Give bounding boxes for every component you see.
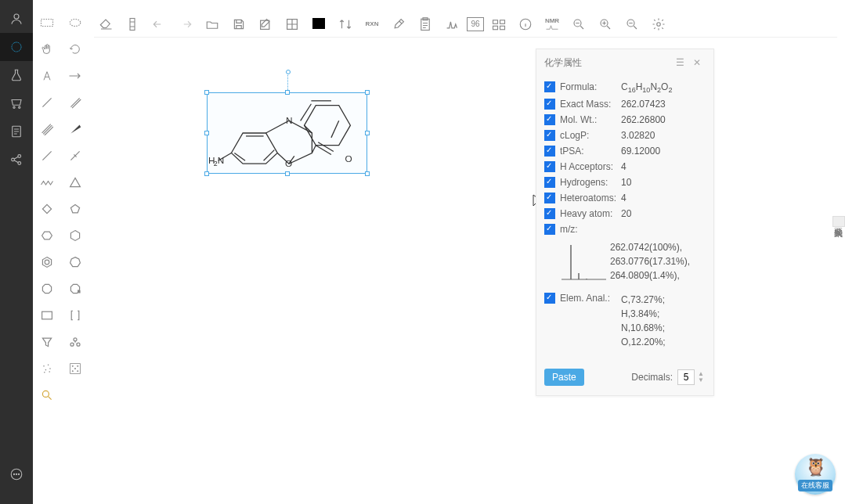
canvas-area[interactable]: H 2 N N O O [94, 39, 845, 504]
tool-bond-triple[interactable] [34, 117, 60, 141]
tool-box[interactable] [34, 304, 60, 327]
tool-group[interactable] [63, 330, 88, 354]
support-avatar[interactable]: 🦉 在线客服 [795, 454, 836, 495]
tool-cycloheptane[interactable] [63, 250, 88, 274]
tb-undo-icon[interactable] [147, 13, 171, 36]
tool-hand[interactable] [34, 38, 60, 61]
tool-benzene[interactable] [34, 250, 60, 274]
right-purchase-tab[interactable]: 我要采购 [832, 216, 845, 227]
tool-cyclopentane[interactable] [63, 197, 88, 221]
tool-bond-double[interactable] [63, 91, 88, 114]
decimals-input[interactable] [677, 369, 695, 385]
svg-point-20 [43, 365, 45, 367]
tool-highlight[interactable] [34, 383, 60, 407]
mz-values: 262.0742(100%), 263.0776(17.31%), 264.08… [610, 237, 706, 283]
decimals-spinner[interactable]: ▲▼ [696, 371, 706, 383]
tb-nmr-peak-icon[interactable] [440, 13, 464, 36]
rotate-handle[interactable] [286, 70, 291, 74]
tb-color-icon[interactable] [307, 13, 330, 36]
svg-point-9 [13, 473, 14, 474]
prop-checkbox[interactable] [544, 81, 555, 92]
tool-select-rect[interactable] [34, 11, 60, 34]
close-icon[interactable]: ✕ [688, 57, 706, 68]
prop-checkbox[interactable] [544, 224, 555, 235]
tool-bond-any[interactable] [34, 144, 60, 167]
tool-bond-single[interactable] [34, 91, 60, 114]
paste-button[interactable]: Paste [544, 369, 584, 386]
tool-cyclohexane-alt[interactable] [63, 224, 88, 247]
prop-checkbox[interactable] [544, 193, 555, 203]
tool-chain[interactable] [34, 171, 60, 194]
tool-funnel[interactable] [34, 330, 60, 354]
tool-wedge[interactable] [63, 117, 88, 141]
tb-clipboard-icon[interactable] [413, 13, 437, 36]
left-navbar [0, 0, 33, 504]
tool-dots-random[interactable] [34, 357, 60, 380]
tool-arrow[interactable] [63, 64, 88, 88]
tb-edit-icon[interactable] [254, 13, 277, 36]
tb-settings-icon[interactable] [647, 13, 670, 36]
tb-zoom-in-icon[interactable] [594, 13, 617, 36]
prop-value: 69.12000 [621, 146, 706, 157]
tool-rotate[interactable] [63, 38, 88, 61]
prop-checkbox[interactable] [544, 293, 555, 304]
nav-user-icon[interactable] [0, 5, 33, 33]
mol-o2-label: O [345, 153, 352, 164]
prop-checkbox[interactable] [544, 99, 555, 110]
tool-triangle[interactable] [63, 171, 88, 194]
mz-graph [555, 240, 610, 284]
prop-checkbox[interactable] [544, 130, 555, 141]
tb-zoom-out-icon[interactable] [620, 13, 644, 36]
tb-rxn-icon[interactable]: RXN [360, 13, 384, 36]
prop-row-heavy-atom: Heavy atom: 20 [544, 206, 706, 221]
tool-cyclohexane[interactable] [34, 224, 60, 247]
tool-dots-grid[interactable] [63, 357, 88, 380]
svg-point-3 [19, 106, 20, 108]
tool-erase-bond[interactable] [63, 144, 88, 167]
tb-barcode-icon[interactable] [487, 13, 511, 36]
tb-grid-icon[interactable] [280, 13, 304, 36]
tool-atom-label[interactable] [34, 64, 60, 88]
svg-point-17 [74, 338, 77, 341]
tb-redo-icon[interactable] [174, 13, 197, 36]
prop-checkbox[interactable] [544, 208, 555, 219]
molecule-selection-box[interactable]: H 2 N N O O [207, 92, 367, 174]
tool-bracket[interactable] [63, 304, 88, 327]
properties-header[interactable]: 化学属性 ☰ ✕ [536, 49, 713, 76]
prop-row-elem-anal: Elem. Anal.: C,73.27%; H,3.84%; N,10.68%… [544, 290, 706, 351]
tb-nmr-icon[interactable]: NMR [540, 13, 564, 36]
tool-select-lasso[interactable] [63, 11, 88, 34]
tb-info-icon[interactable] [514, 13, 537, 36]
tb-number-icon[interactable]: 96 [467, 17, 484, 31]
prop-checkbox[interactable] [544, 177, 555, 188]
prop-value: 4 [621, 193, 706, 203]
tb-erase-icon[interactable] [94, 13, 117, 36]
tb-column-icon[interactable] [121, 13, 144, 36]
nav-chat-icon[interactable] [0, 460, 33, 488]
tb-open-icon[interactable] [200, 13, 224, 36]
tool-ring-e[interactable]: n [63, 277, 88, 301]
tb-find-icon[interactable] [567, 13, 590, 36]
tb-brush-icon[interactable] [387, 13, 410, 36]
nav-share-icon[interactable] [0, 146, 33, 174]
svg-point-1 [12, 42, 21, 52]
svg-point-27 [72, 365, 73, 366]
tool-cyclobutane[interactable] [34, 197, 60, 221]
nav-cart-icon[interactable] [0, 89, 33, 117]
prop-checkbox[interactable] [544, 146, 555, 157]
svg-rect-16 [42, 311, 52, 319]
tb-save-icon[interactable] [227, 13, 251, 36]
svg-point-25 [49, 371, 50, 373]
nav-structure-icon[interactable] [0, 33, 33, 61]
tb-swap-icon[interactable] [334, 13, 357, 36]
tool-cyclooctane[interactable] [34, 277, 60, 301]
menu-icon[interactable]: ☰ [671, 57, 688, 68]
prop-value: C,73.27%; H,3.84%; N,10.68%; O,12.20%; [621, 293, 706, 349]
prop-checkbox[interactable] [544, 161, 555, 172]
nav-flask-icon[interactable] [0, 61, 33, 89]
prop-label: H Acceptors: [560, 161, 621, 172]
prop-checkbox[interactable] [544, 114, 555, 125]
molecule-structure[interactable]: H 2 N N O O [208, 93, 367, 173]
prop-value: 262.26800 [621, 114, 706, 125]
nav-doc-icon[interactable] [0, 117, 33, 146]
